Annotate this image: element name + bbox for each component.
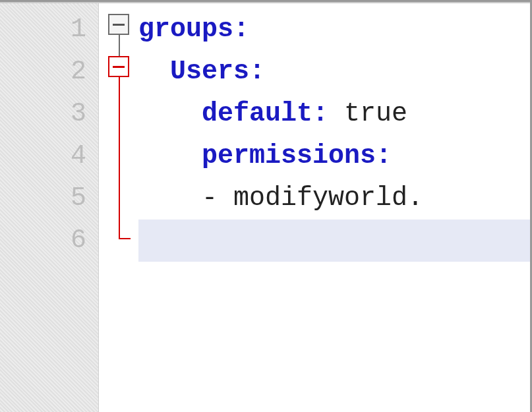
fold-guide-line — [119, 35, 120, 56]
fold-guide-foot — [119, 238, 131, 239]
code-line-current[interactable] — [138, 220, 530, 262]
line-number-gutter: 1 2 3 4 5 6 — [0, 3, 99, 412]
fold-guide-line — [119, 77, 120, 239]
yaml-colon: : — [233, 15, 249, 44]
code-line[interactable]: Users: — [138, 51, 530, 93]
indent — [138, 99, 202, 129]
code-line[interactable]: - modifyworld. — [138, 177, 530, 220]
minus-icon — [113, 66, 125, 68]
line-number: 1 — [0, 9, 86, 51]
fold-column — [99, 3, 138, 412]
code-area[interactable]: groups: Users: default: true permissions… — [138, 3, 530, 412]
minus-icon — [113, 24, 125, 26]
indent — [138, 141, 202, 171]
yaml-key: groups — [138, 15, 233, 44]
yaml-value: - modifyworld. — [202, 183, 423, 213]
yaml-key: Users — [170, 57, 249, 86]
yaml-colon: : — [312, 99, 328, 129]
indent — [138, 57, 170, 86]
yaml-colon: : — [249, 57, 265, 86]
line-number: 2 — [0, 51, 86, 93]
fold-toggle-icon[interactable] — [108, 14, 129, 35]
line-number: 6 — [0, 220, 86, 262]
code-line[interactable]: permissions: — [138, 135, 530, 177]
yaml-colon: : — [376, 141, 392, 171]
fold-toggle-icon[interactable] — [108, 56, 129, 77]
code-line[interactable]: groups: — [138, 9, 530, 51]
indent — [138, 183, 202, 213]
yaml-key: default — [202, 99, 312, 129]
yaml-value: true — [328, 99, 407, 129]
code-editor: 1 2 3 4 5 6 groups: Users: default: true… — [0, 2, 530, 412]
line-number: 5 — [0, 177, 86, 220]
code-line[interactable]: default: true — [138, 93, 530, 135]
line-number: 3 — [0, 93, 86, 135]
line-number: 4 — [0, 135, 86, 177]
yaml-key: permissions — [202, 141, 376, 171]
